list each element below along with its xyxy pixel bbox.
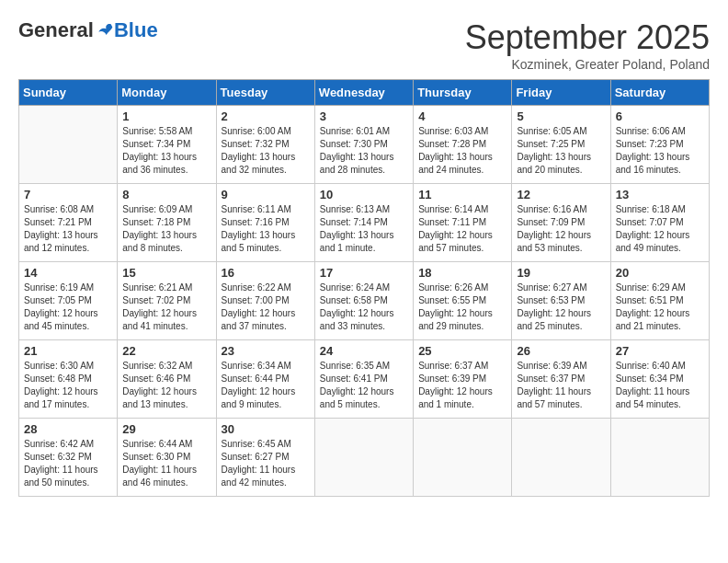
day-info: Sunrise: 6:37 AMSunset: 6:39 PMDaylight:… xyxy=(418,360,506,411)
calendar-day-cell: 2Sunrise: 6:00 AMSunset: 7:32 PMDaylight… xyxy=(216,106,314,184)
day-number: 16 xyxy=(222,266,310,280)
day-number: 18 xyxy=(418,266,506,280)
day-info: Sunrise: 6:24 AMSunset: 6:58 PMDaylight:… xyxy=(320,282,408,333)
page-header: General Blue September 2025 Kozminek, Gr… xyxy=(18,18,710,72)
day-info: Sunrise: 6:11 AMSunset: 7:16 PMDaylight:… xyxy=(222,203,310,255)
calendar-day-cell: 20Sunrise: 6:29 AMSunset: 6:51 PMDayligh… xyxy=(610,262,709,340)
day-number: 29 xyxy=(122,422,210,436)
day-number: 30 xyxy=(222,422,310,436)
calendar-day-cell: 27Sunrise: 6:40 AMSunset: 6:34 PMDayligh… xyxy=(610,340,709,419)
calendar-day-cell: 22Sunrise: 6:32 AMSunset: 6:46 PMDayligh… xyxy=(118,340,216,419)
calendar-day-cell: 9Sunrise: 6:11 AMSunset: 7:16 PMDaylight… xyxy=(216,184,314,262)
day-number: 22 xyxy=(122,344,210,358)
day-number: 26 xyxy=(517,344,605,358)
day-info: Sunrise: 6:40 AMSunset: 6:34 PMDaylight:… xyxy=(616,360,704,411)
day-number: 19 xyxy=(517,266,605,280)
day-number: 9 xyxy=(222,188,310,201)
day-info: Sunrise: 6:45 AMSunset: 6:27 PMDaylight:… xyxy=(222,438,310,489)
day-number: 25 xyxy=(418,344,506,358)
day-of-week-header: Saturday xyxy=(610,80,709,106)
calendar-day-cell: 6Sunrise: 6:06 AMSunset: 7:23 PMDaylight… xyxy=(610,106,709,184)
day-number: 17 xyxy=(320,266,408,280)
calendar-week-row: 28Sunrise: 6:42 AMSunset: 6:32 PMDayligh… xyxy=(19,419,710,497)
calendar-week-row: 14Sunrise: 6:19 AMSunset: 7:05 PMDayligh… xyxy=(19,262,710,340)
calendar-day-cell: 21Sunrise: 6:30 AMSunset: 6:48 PMDayligh… xyxy=(19,340,118,419)
day-info: Sunrise: 6:00 AMSunset: 7:32 PMDaylight:… xyxy=(222,125,310,177)
day-number: 21 xyxy=(24,344,112,358)
calendar-day-cell: 24Sunrise: 6:35 AMSunset: 6:41 PMDayligh… xyxy=(314,340,413,419)
day-number: 24 xyxy=(320,344,408,358)
day-info: Sunrise: 6:14 AMSunset: 7:11 PMDaylight:… xyxy=(418,203,506,255)
calendar-day-cell: 13Sunrise: 6:18 AMSunset: 7:07 PMDayligh… xyxy=(610,184,709,262)
day-info: Sunrise: 6:05 AMSunset: 7:25 PMDaylight:… xyxy=(517,125,605,177)
month-title: September 2025 xyxy=(465,18,710,57)
day-of-week-header: Wednesday xyxy=(314,80,413,106)
calendar-day-cell: 30Sunrise: 6:45 AMSunset: 6:27 PMDayligh… xyxy=(216,419,314,497)
day-number: 12 xyxy=(517,188,605,201)
calendar-day-cell: 15Sunrise: 6:21 AMSunset: 7:02 PMDayligh… xyxy=(118,262,216,340)
location-subtitle: Kozminek, Greater Poland, Poland xyxy=(465,57,710,72)
day-info: Sunrise: 6:13 AMSunset: 7:14 PMDaylight:… xyxy=(320,203,408,255)
calendar-day-cell xyxy=(314,419,413,497)
day-info: Sunrise: 6:27 AMSunset: 6:53 PMDaylight:… xyxy=(517,282,605,333)
day-number: 10 xyxy=(320,188,408,201)
day-info: Sunrise: 6:42 AMSunset: 6:32 PMDaylight:… xyxy=(24,438,112,489)
day-info: Sunrise: 6:03 AMSunset: 7:28 PMDaylight:… xyxy=(418,125,506,177)
calendar-day-cell: 8Sunrise: 6:09 AMSunset: 7:18 PMDaylight… xyxy=(118,184,216,262)
calendar-day-cell xyxy=(610,419,709,497)
day-number: 11 xyxy=(418,188,506,201)
calendar-day-cell: 10Sunrise: 6:13 AMSunset: 7:14 PMDayligh… xyxy=(314,184,413,262)
day-number: 13 xyxy=(616,188,704,201)
title-area: September 2025 Kozminek, Greater Poland,… xyxy=(465,18,710,72)
calendar-day-cell: 16Sunrise: 6:22 AMSunset: 7:00 PMDayligh… xyxy=(216,262,314,340)
calendar-day-cell: 28Sunrise: 6:42 AMSunset: 6:32 PMDayligh… xyxy=(19,419,118,497)
calendar-week-row: 7Sunrise: 6:08 AMSunset: 7:21 PMDaylight… xyxy=(19,184,710,262)
day-number: 3 xyxy=(320,109,408,123)
calendar-day-cell: 11Sunrise: 6:14 AMSunset: 7:11 PMDayligh… xyxy=(414,184,512,262)
calendar-day-cell: 12Sunrise: 6:16 AMSunset: 7:09 PMDayligh… xyxy=(512,184,610,262)
calendar-day-cell: 18Sunrise: 6:26 AMSunset: 6:55 PMDayligh… xyxy=(414,262,512,340)
calendar-day-cell xyxy=(19,106,118,184)
calendar-day-cell xyxy=(512,419,610,497)
calendar-day-cell: 17Sunrise: 6:24 AMSunset: 6:58 PMDayligh… xyxy=(314,262,413,340)
logo-general-text: General xyxy=(18,18,94,42)
day-number: 28 xyxy=(24,422,112,436)
day-info: Sunrise: 6:21 AMSunset: 7:02 PMDaylight:… xyxy=(122,282,210,333)
day-info: Sunrise: 6:44 AMSunset: 6:30 PMDaylight:… xyxy=(122,438,210,489)
day-of-week-header: Thursday xyxy=(414,80,512,106)
day-number: 1 xyxy=(122,109,210,123)
day-info: Sunrise: 6:22 AMSunset: 7:00 PMDaylight:… xyxy=(222,282,310,333)
calendar-day-cell: 25Sunrise: 6:37 AMSunset: 6:39 PMDayligh… xyxy=(414,340,512,419)
calendar-day-cell: 23Sunrise: 6:34 AMSunset: 6:44 PMDayligh… xyxy=(216,340,314,419)
day-number: 6 xyxy=(616,109,704,123)
day-of-week-header: Friday xyxy=(512,80,610,106)
day-of-week-header: Tuesday xyxy=(216,80,314,106)
calendar-day-cell: 3Sunrise: 6:01 AMSunset: 7:30 PMDaylight… xyxy=(314,106,413,184)
day-number: 8 xyxy=(122,188,210,201)
day-of-week-header: Sunday xyxy=(19,80,118,106)
calendar-day-cell: 26Sunrise: 6:39 AMSunset: 6:37 PMDayligh… xyxy=(512,340,610,419)
day-number: 5 xyxy=(517,109,605,123)
calendar-day-cell: 29Sunrise: 6:44 AMSunset: 6:30 PMDayligh… xyxy=(118,419,216,497)
logo-bird-icon xyxy=(96,21,114,40)
calendar-day-cell: 5Sunrise: 6:05 AMSunset: 7:25 PMDaylight… xyxy=(512,106,610,184)
day-info: Sunrise: 6:18 AMSunset: 7:07 PMDaylight:… xyxy=(616,203,704,255)
day-number: 7 xyxy=(24,188,112,201)
day-info: Sunrise: 6:09 AMSunset: 7:18 PMDaylight:… xyxy=(122,203,210,255)
day-number: 14 xyxy=(24,266,112,280)
calendar-day-cell: 7Sunrise: 6:08 AMSunset: 7:21 PMDaylight… xyxy=(19,184,118,262)
day-number: 27 xyxy=(616,344,704,358)
day-info: Sunrise: 6:06 AMSunset: 7:23 PMDaylight:… xyxy=(616,125,704,177)
calendar-day-cell: 1Sunrise: 5:58 AMSunset: 7:34 PMDaylight… xyxy=(118,106,216,184)
day-info: Sunrise: 6:26 AMSunset: 6:55 PMDaylight:… xyxy=(418,282,506,333)
calendar-table: SundayMondayTuesdayWednesdayThursdayFrid… xyxy=(18,79,710,497)
day-info: Sunrise: 5:58 AMSunset: 7:34 PMDaylight:… xyxy=(122,125,210,177)
calendar-day-cell: 14Sunrise: 6:19 AMSunset: 7:05 PMDayligh… xyxy=(19,262,118,340)
day-info: Sunrise: 6:35 AMSunset: 6:41 PMDaylight:… xyxy=(320,360,408,411)
day-number: 4 xyxy=(418,109,506,123)
day-number: 15 xyxy=(122,266,210,280)
calendar-day-cell: 19Sunrise: 6:27 AMSunset: 6:53 PMDayligh… xyxy=(512,262,610,340)
day-info: Sunrise: 6:34 AMSunset: 6:44 PMDaylight:… xyxy=(222,360,310,411)
day-info: Sunrise: 6:32 AMSunset: 6:46 PMDaylight:… xyxy=(122,360,210,411)
day-info: Sunrise: 6:19 AMSunset: 7:05 PMDaylight:… xyxy=(24,282,112,333)
